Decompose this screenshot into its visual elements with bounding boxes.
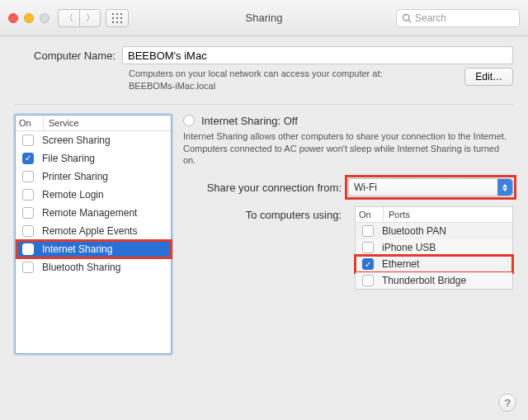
col-on: On: [16, 116, 44, 130]
ports-list-header: On Ports: [356, 207, 512, 223]
port-checkbox[interactable]: ✓: [362, 258, 374, 270]
svg-rect-2: [120, 13, 122, 15]
service-label: Remote Apple Events: [42, 225, 137, 237]
service-checkbox[interactable]: [22, 225, 34, 237]
svg-rect-7: [116, 21, 118, 23]
service-checkbox[interactable]: [22, 207, 34, 219]
svg-rect-1: [116, 13, 118, 15]
port-label: Thunderbolt Bridge: [382, 275, 466, 286]
service-checkbox[interactable]: ✓: [22, 153, 34, 164]
service-row[interactable]: Remote Apple Events: [16, 222, 171, 240]
help-button[interactable]: ?: [498, 394, 516, 412]
service-row[interactable]: Remote Management: [16, 204, 171, 222]
share-from-select[interactable]: Wi-Fi: [348, 178, 513, 196]
share-from-value: Wi-Fi: [354, 182, 377, 193]
detail-title: Internet Sharing: Off: [201, 115, 298, 127]
port-row[interactable]: Bluetooth PAN: [356, 223, 512, 239]
nav-buttons: 〈 〉: [58, 9, 101, 27]
show-all-button[interactable]: [106, 9, 129, 27]
service-list[interactable]: On Service Screen Sharing✓File SharingPr…: [15, 115, 172, 354]
svg-rect-3: [112, 17, 114, 19]
titlebar: 〈 〉 Sharing Search: [0, 0, 528, 36]
service-label: Remote Login: [42, 189, 104, 201]
back-button[interactable]: 〈: [58, 9, 79, 27]
to-computers-label: To computers using:: [183, 206, 348, 221]
svg-rect-8: [120, 21, 122, 23]
service-row[interactable]: Internet Sharing: [16, 240, 171, 258]
search-input[interactable]: Search: [396, 9, 520, 27]
computer-name-label: Computer Name:: [15, 50, 122, 62]
port-row[interactable]: Thunderbolt Bridge: [356, 272, 512, 289]
service-checkbox[interactable]: [22, 243, 34, 255]
service-row[interactable]: ✓File Sharing: [16, 149, 171, 168]
close-icon[interactable]: [8, 13, 18, 23]
ports-list[interactable]: On Ports Bluetooth PANiPhone USB✓Etherne…: [355, 206, 513, 290]
col-on: On: [356, 207, 384, 222]
service-checkbox[interactable]: [22, 189, 34, 201]
svg-rect-5: [120, 17, 122, 19]
service-label: Remote Management: [42, 207, 137, 219]
service-checkbox[interactable]: [22, 134, 34, 146]
window-controls: [8, 13, 50, 23]
port-checkbox[interactable]: [362, 242, 374, 253]
zoom-icon: [40, 13, 50, 23]
service-label: Screen Sharing: [42, 134, 111, 146]
service-label: File Sharing: [42, 153, 95, 164]
service-label: Internet Sharing: [42, 243, 112, 255]
col-ports: Ports: [384, 207, 512, 222]
service-checkbox[interactable]: [22, 171, 34, 182]
service-row[interactable]: Screen Sharing: [16, 131, 171, 149]
search-icon: [402, 13, 412, 23]
port-checkbox[interactable]: [362, 225, 374, 237]
minimize-icon[interactable]: [24, 13, 34, 23]
port-checkbox[interactable]: [362, 275, 374, 286]
service-row[interactable]: Remote Login: [16, 186, 171, 204]
service-list-header: On Service: [16, 116, 171, 131]
chevron-up-down-icon: [497, 179, 512, 196]
service-label: Printer Sharing: [42, 171, 108, 182]
port-row[interactable]: ✓Ethernet: [356, 256, 512, 272]
svg-rect-4: [116, 17, 118, 19]
share-from-label: Share your connection from:: [183, 182, 348, 194]
service-checkbox[interactable]: [22, 262, 34, 273]
svg-point-9: [403, 14, 410, 21]
service-row[interactable]: Bluetooth Sharing: [16, 258, 171, 276]
computer-name-hint: Computers on your local network can acce…: [129, 68, 456, 92]
port-label: Ethernet: [382, 258, 419, 270]
computer-name-field[interactable]: [122, 46, 513, 64]
svg-line-10: [408, 20, 411, 22]
search-placeholder: Search: [415, 12, 446, 24]
service-row[interactable]: Printer Sharing: [16, 168, 171, 186]
grid-icon: [112, 13, 122, 23]
port-label: Bluetooth PAN: [382, 225, 446, 237]
svg-rect-6: [112, 21, 114, 23]
port-row[interactable]: iPhone USB: [356, 239, 512, 256]
detail-description: Internet Sharing allows other computers …: [183, 130, 513, 168]
svg-rect-0: [112, 13, 114, 15]
internet-sharing-toggle[interactable]: [183, 115, 195, 126]
service-label: Bluetooth Sharing: [42, 262, 120, 273]
port-label: iPhone USB: [382, 242, 436, 253]
edit-button[interactable]: Edit…: [464, 68, 513, 86]
col-service: Service: [44, 116, 171, 130]
forward-button[interactable]: 〉: [79, 9, 101, 27]
